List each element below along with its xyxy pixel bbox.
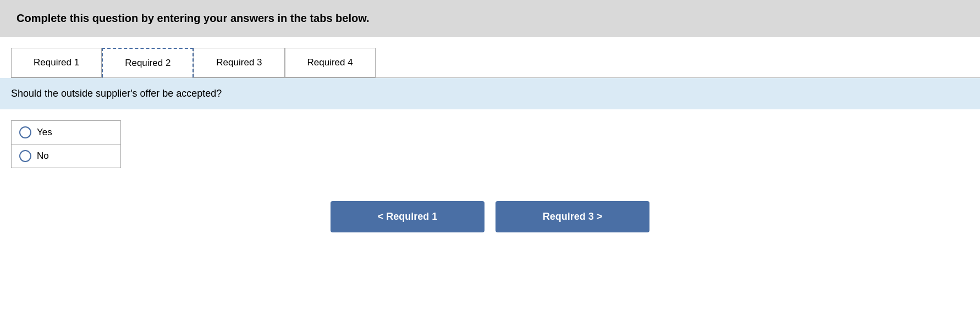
radio-label-yes: Yes: [37, 127, 52, 138]
radio-circle-no: [19, 150, 31, 162]
answer-section: Yes No: [11, 120, 969, 168]
question-text: Should the outside supplier's offer be a…: [11, 88, 222, 99]
nav-buttons: < Required 1 Required 3 >: [0, 201, 980, 232]
radio-label-no: No: [37, 151, 49, 162]
tab-required-4[interactable]: Required 4: [285, 48, 376, 77]
tab-required-3[interactable]: Required 3: [194, 48, 284, 77]
radio-group: Yes No: [11, 120, 121, 168]
tabs-container: Required 1 Required 2 Required 3 Require…: [11, 48, 980, 78]
instruction-text: Complete this question by entering your …: [16, 12, 370, 24]
tab-required-1[interactable]: Required 1: [11, 48, 102, 77]
radio-option-no[interactable]: No: [12, 144, 120, 168]
radio-option-yes[interactable]: Yes: [12, 121, 120, 144]
tab-required-2[interactable]: Required 2: [102, 48, 194, 77]
radio-circle-yes: [19, 126, 31, 138]
prev-button[interactable]: < Required 1: [331, 201, 485, 232]
instruction-bar: Complete this question by entering your …: [0, 0, 980, 37]
next-button[interactable]: Required 3 >: [495, 201, 649, 232]
question-bar: Should the outside supplier's offer be a…: [0, 78, 980, 109]
